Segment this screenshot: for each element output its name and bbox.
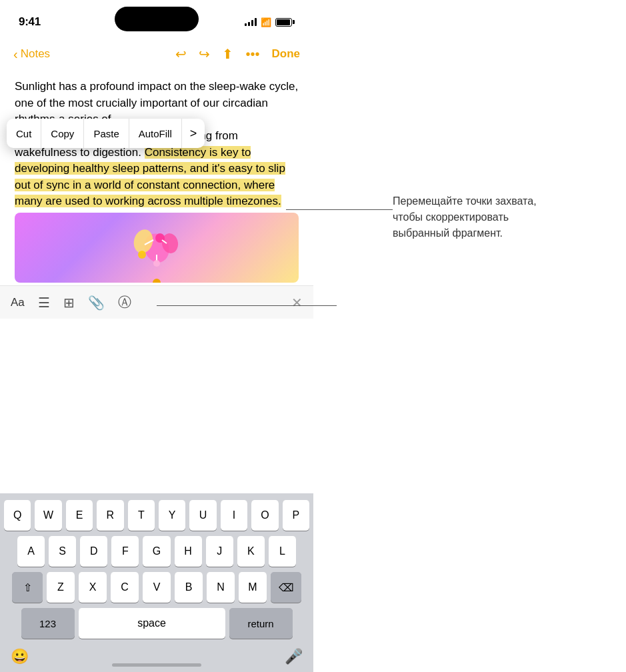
keyboard-row-4: 123 space return [4, 608, 309, 639]
key-p[interactable]: P [283, 500, 309, 531]
more-context-button[interactable]: > [182, 119, 205, 148]
share-button[interactable]: ⬆ [222, 46, 233, 62]
connector-line [157, 305, 337, 306]
keyboard-row-2: A S D F G H J K L [4, 536, 309, 567]
key-numbers[interactable]: 123 [21, 608, 75, 639]
formatting-toolbar: Aa ☰ ⊞ 📎 Ⓐ ✕ [0, 285, 313, 319]
home-indicator [112, 663, 201, 667]
key-z[interactable]: Z [47, 572, 75, 603]
context-menu: Cut Copy Paste AutoFill > [7, 119, 205, 148]
key-o[interactable]: O [251, 500, 278, 531]
key-k[interactable]: K [237, 536, 265, 567]
key-v[interactable]: V [143, 572, 171, 603]
keyboard-row-1: Q W E R T Y U I O P [4, 500, 309, 531]
emoji-button[interactable]: 😀 [11, 648, 29, 665]
key-f[interactable]: F [111, 536, 139, 567]
attach-button[interactable]: 📎 [88, 295, 105, 311]
more-button[interactable]: ••• [245, 47, 259, 62]
copy-button[interactable]: Copy [41, 119, 84, 148]
battery-icon [275, 18, 295, 27]
annotation: Перемещайте точки захвата, чтобы скоррек… [393, 193, 606, 241]
markup-button[interactable]: Ⓐ [118, 293, 131, 311]
cut-button[interactable]: Cut [7, 119, 41, 148]
phone-screen: 9:41 📶 ‹ Notes ↩ ↪ ⬆ [0, 0, 313, 672]
keyboard-row-3: ⇧ Z X C V B N M ⌫ [4, 572, 309, 603]
wifi-icon: 📶 [261, 17, 271, 27]
mic-button[interactable]: 🎤 [285, 648, 303, 665]
nav-actions: ↩ ↪ ⬆ ••• Done [175, 46, 300, 62]
annotation-line1: Перемещайте точки захвата, [393, 195, 537, 207]
status-time: 9:41 [19, 15, 41, 29]
list-button[interactable]: ☰ [38, 295, 50, 311]
toolbar-close-button[interactable]: ✕ [291, 295, 303, 311]
key-i[interactable]: I [221, 500, 247, 531]
done-button[interactable]: Done [272, 47, 301, 61]
selection-handle-bottom[interactable] [153, 279, 161, 283]
undo-button[interactable]: ↩ [175, 46, 187, 62]
key-u[interactable]: U [189, 500, 216, 531]
key-w[interactable]: W [35, 500, 61, 531]
key-q[interactable]: Q [4, 500, 31, 531]
key-r[interactable]: R [97, 500, 123, 531]
redo-button[interactable]: ↪ [199, 46, 210, 62]
nav-bar: ‹ Notes ↩ ↪ ⬆ ••• Done [0, 37, 313, 71]
key-h[interactable]: H [175, 536, 202, 567]
key-d[interactable]: D [80, 536, 107, 567]
key-return[interactable]: return [229, 608, 293, 639]
key-n[interactable]: N [207, 572, 235, 603]
key-space[interactable]: space [79, 608, 225, 639]
key-m[interactable]: M [239, 572, 267, 603]
key-g[interactable]: G [143, 536, 170, 567]
font-format-button[interactable]: Aa [11, 296, 25, 309]
signal-bars-icon [245, 18, 257, 26]
chevron-left-icon: ‹ [13, 47, 18, 62]
key-t[interactable]: T [128, 500, 155, 531]
molecule-image [117, 218, 197, 278]
key-b[interactable]: B [175, 572, 203, 603]
paste-button[interactable]: Paste [84, 119, 129, 148]
svg-point-4 [138, 251, 146, 259]
key-e[interactable]: E [66, 500, 93, 531]
note-image [15, 213, 299, 283]
key-y[interactable]: Y [159, 500, 185, 531]
back-label: Notes [21, 47, 50, 61]
key-a[interactable]: A [17, 536, 45, 567]
key-backspace[interactable]: ⌫ [271, 572, 301, 603]
keyboard[interactable]: Q W E R T Y U I O P A S D F G H J K L ⇧ … [0, 493, 313, 672]
content-area: Cut Copy Paste AutoFill > Sunlight has a… [0, 71, 313, 283]
key-shift[interactable]: ⇧ [12, 572, 43, 603]
autofill-button[interactable]: AutoFill [129, 119, 182, 148]
svg-point-8 [153, 260, 160, 267]
key-l[interactable]: L [269, 536, 296, 567]
key-s[interactable]: S [49, 536, 76, 567]
key-c[interactable]: C [111, 572, 139, 603]
annotation-line3: выбранный фрагмент. [393, 227, 503, 239]
annotation-text: Перемещайте точки захвата, чтобы скоррек… [393, 193, 606, 241]
annotation-line2: чтобы скорректировать [393, 211, 509, 223]
status-icons: 📶 [245, 17, 295, 27]
back-button[interactable]: ‹ Notes [13, 47, 50, 62]
dynamic-island [115, 7, 199, 31]
table-button[interactable]: ⊞ [63, 295, 75, 311]
key-x[interactable]: X [79, 572, 107, 603]
key-j[interactable]: J [206, 536, 233, 567]
